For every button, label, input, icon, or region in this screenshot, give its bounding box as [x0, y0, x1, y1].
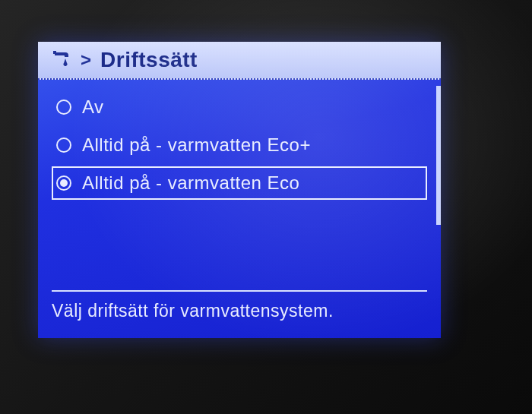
option-always-on-eco[interactable]: Alltid på - varmvatten Eco — [52, 166, 427, 200]
option-off[interactable]: Av — [52, 90, 427, 124]
chevron-right-icon: > — [81, 49, 91, 71]
scrollbar[interactable] — [436, 86, 441, 284]
radio-icon-checked — [56, 175, 71, 191]
radio-icon — [56, 137, 71, 153]
radio-icon — [56, 100, 71, 115]
option-always-on-eco-plus[interactable]: Alltid på - varmvatten Eco+ — [52, 128, 427, 162]
divider — [52, 290, 427, 292]
option-label: Av — [82, 96, 104, 118]
lcd-screen: > Driftssätt Av Alltid på - varmvatten E… — [38, 42, 441, 338]
page-title: Driftssätt — [100, 48, 198, 72]
option-label: Alltid på - varmvatten Eco+ — [82, 134, 311, 156]
faucet-icon — [52, 49, 71, 71]
options-list: Av Alltid på - varmvatten Eco+ Alltid på… — [38, 80, 441, 290]
help-text: Välj driftsätt för varmvattensystem. — [38, 299, 441, 338]
scrollbar-thumb[interactable] — [436, 86, 441, 225]
option-label: Alltid på - varmvatten Eco — [82, 172, 299, 194]
header-bar: > Driftssätt — [38, 42, 441, 80]
